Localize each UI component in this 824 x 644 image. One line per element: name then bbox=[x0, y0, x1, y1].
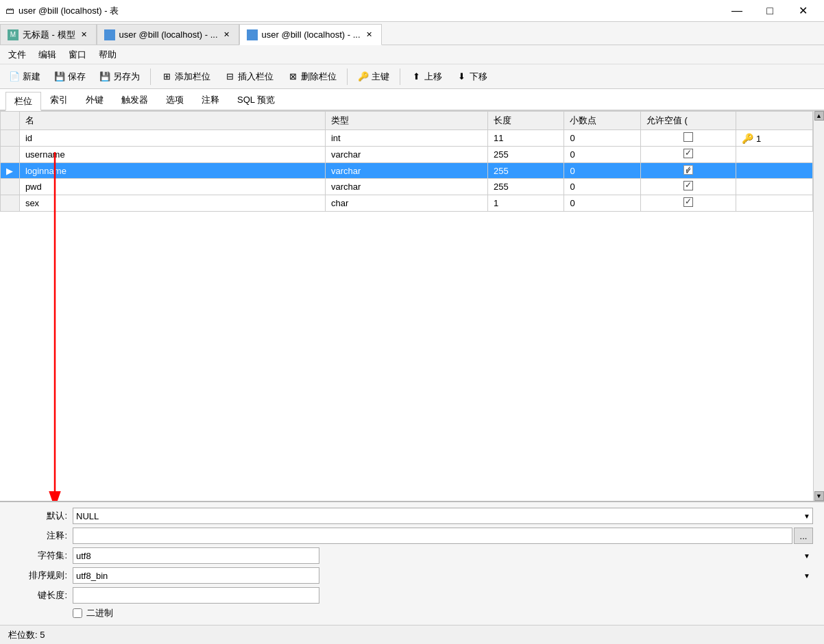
separator-3 bbox=[400, 69, 400, 85]
binary-checkbox[interactable] bbox=[73, 608, 82, 618]
minimize-button[interactable]: — bbox=[721, 0, 753, 22]
moveup-label: 上移 bbox=[424, 71, 442, 83]
collation-row: utf8_bin utf8_general_ci utf8_unicode_ci… bbox=[73, 567, 813, 584]
menu-window[interactable]: 窗口 bbox=[63, 47, 92, 63]
cell-type[interactable]: char bbox=[325, 195, 487, 212]
nullable-checkbox[interactable] bbox=[683, 149, 693, 158]
cell-nullable[interactable] bbox=[641, 147, 736, 163]
up-icon: ⬆ bbox=[411, 71, 422, 82]
tab-comments[interactable]: 注释 bbox=[193, 90, 228, 110]
tab-table1[interactable]: user @bill (localhost) - ... ✕ bbox=[97, 24, 239, 45]
table-row[interactable]: username varchar 255 0 bbox=[1, 147, 813, 163]
tab-options[interactable]: 选项 bbox=[157, 90, 193, 110]
default-select[interactable]: NULL CURRENT_TIMESTAMP bbox=[73, 508, 813, 524]
keylength-input[interactable] bbox=[73, 587, 319, 604]
row-indicator bbox=[1, 147, 20, 163]
tab-model-close[interactable]: ✕ bbox=[80, 30, 89, 40]
collation-select[interactable]: utf8_bin utf8_general_ci utf8_unicode_ci bbox=[73, 567, 319, 584]
addcol-button[interactable]: ⊞ 添加栏位 bbox=[155, 67, 217, 86]
menu-file[interactable]: 文件 bbox=[3, 47, 32, 63]
primarykey-button[interactable]: 🔑 主键 bbox=[352, 67, 396, 86]
default-select-wrapper: NULL CURRENT_TIMESTAMP ▼ bbox=[73, 508, 813, 524]
menu-edit[interactable]: 编辑 bbox=[33, 47, 62, 63]
tab-sql-preview[interactable]: SQL 预览 bbox=[228, 90, 284, 110]
nullable-checkbox[interactable] bbox=[683, 181, 693, 190]
delcol-button[interactable]: ⊠ 删除栏位 bbox=[281, 67, 343, 86]
key-icon: 🔑 bbox=[358, 71, 369, 82]
cell-length[interactable]: 11 bbox=[487, 130, 564, 147]
scroll-up-button[interactable]: ▲ bbox=[814, 111, 824, 121]
cell-name[interactable]: username bbox=[19, 147, 325, 163]
vertical-scrollbar[interactable]: ▲ ▼ bbox=[813, 111, 824, 501]
menu-bar: 文件 编辑 窗口 帮助 bbox=[0, 45, 824, 64]
cell-type[interactable]: int bbox=[325, 130, 487, 147]
table-area: 名 类型 长度 小数点 允许空值 ( id int 11 bbox=[0, 111, 824, 501]
delcol-label: 删除栏位 bbox=[301, 71, 337, 83]
tab-table1-close[interactable]: ✕ bbox=[222, 30, 232, 40]
cell-name[interactable]: id bbox=[19, 130, 325, 147]
cell-length[interactable]: 255 bbox=[487, 147, 564, 163]
cell-nullable[interactable] bbox=[641, 195, 736, 212]
moveup-button[interactable]: ⬆ 上移 bbox=[404, 67, 448, 86]
insertcol-label: 插入栏位 bbox=[238, 71, 274, 83]
table-scroll[interactable]: 名 类型 长度 小数点 允许空值 ( id int 11 bbox=[0, 111, 813, 501]
col-decimal-header: 小数点 bbox=[564, 112, 641, 130]
table-row[interactable]: pwd varchar 255 0 bbox=[1, 179, 813, 195]
new-icon: 📄 bbox=[9, 71, 20, 82]
cell-length[interactable]: 255 bbox=[487, 163, 564, 179]
cell-decimal[interactable]: 0 bbox=[564, 147, 641, 163]
tab-indexes[interactable]: 索引 bbox=[41, 90, 77, 110]
saveas-button[interactable]: 💾 另存为 bbox=[93, 67, 146, 86]
cell-type[interactable]: varchar bbox=[325, 179, 487, 195]
table-row-selected[interactable]: ▶ loginname varchar 255 0 ✓ bbox=[1, 163, 813, 179]
comment-browse-button[interactable]: ... bbox=[794, 528, 813, 544]
separator-1 bbox=[150, 69, 151, 85]
cell-nullable[interactable] bbox=[641, 130, 736, 147]
cell-decimal[interactable]: 0 bbox=[564, 163, 641, 179]
close-button[interactable]: ✕ bbox=[787, 0, 819, 22]
cell-name[interactable]: pwd bbox=[19, 179, 325, 195]
cell-decimal[interactable]: 0 bbox=[564, 130, 641, 147]
nullable-checkbox[interactable] bbox=[683, 132, 693, 142]
tab-columns[interactable]: 栏位 bbox=[5, 92, 41, 111]
tab-table2-close[interactable]: ✕ bbox=[365, 30, 374, 40]
cell-name[interactable]: sex bbox=[19, 195, 325, 212]
nullable-checkbox[interactable] bbox=[683, 197, 693, 207]
cell-length[interactable]: 255 bbox=[487, 179, 564, 195]
charset-select[interactable]: utf8 utf8mb4 latin1 gbk bbox=[73, 547, 319, 564]
table-row[interactable]: id int 11 0 🔑 1 bbox=[1, 130, 813, 147]
cell-key bbox=[736, 179, 813, 195]
comment-input[interactable] bbox=[73, 528, 792, 544]
new-button[interactable]: 📄 新建 bbox=[3, 67, 47, 86]
addcol-icon: ⊞ bbox=[161, 71, 172, 82]
nullable-checkbox[interactable]: ✓ bbox=[683, 165, 693, 175]
tab-foreignkeys[interactable]: 外键 bbox=[77, 90, 112, 110]
cell-nullable[interactable]: ✓ bbox=[641, 163, 736, 179]
title-bar-left: 🗃 user @bill (localhost) - 表 bbox=[5, 5, 119, 17]
save-label: 保存 bbox=[68, 71, 86, 83]
tab-model[interactable]: M 无标题 - 模型 ✕ bbox=[0, 24, 97, 45]
tab-triggers[interactable]: 触发器 bbox=[112, 90, 157, 110]
row-indicator bbox=[1, 195, 20, 212]
cell-name[interactable]: loginname bbox=[19, 163, 325, 179]
insertcol-button[interactable]: ⊟ 插入栏位 bbox=[218, 67, 280, 86]
cell-nullable[interactable] bbox=[641, 179, 736, 195]
row-indicator bbox=[1, 130, 20, 147]
save-button[interactable]: 💾 保存 bbox=[48, 67, 92, 86]
cell-decimal[interactable]: 0 bbox=[564, 179, 641, 195]
maximize-button[interactable]: □ bbox=[754, 0, 786, 22]
scroll-down-button[interactable]: ▼ bbox=[814, 491, 824, 501]
cell-key bbox=[736, 163, 813, 179]
table-row[interactable]: sex char 1 0 bbox=[1, 195, 813, 212]
cell-length[interactable]: 1 bbox=[487, 195, 564, 212]
cell-key: 🔑 1 bbox=[736, 130, 813, 147]
movedown-button[interactable]: ⬇ 下移 bbox=[450, 67, 494, 86]
cell-type[interactable]: varchar bbox=[325, 147, 487, 163]
cell-type[interactable]: varchar bbox=[325, 163, 487, 179]
menu-help[interactable]: 帮助 bbox=[93, 47, 122, 63]
primarykey-label: 主键 bbox=[372, 71, 389, 83]
properties-panel: 默认: NULL CURRENT_TIMESTAMP ▼ 注释: ... 字符集… bbox=[0, 501, 824, 625]
new-label: 新建 bbox=[23, 71, 40, 83]
cell-decimal[interactable]: 0 bbox=[564, 195, 641, 212]
tab-table2[interactable]: user @bill (localhost) - ... ✕ bbox=[239, 24, 382, 45]
